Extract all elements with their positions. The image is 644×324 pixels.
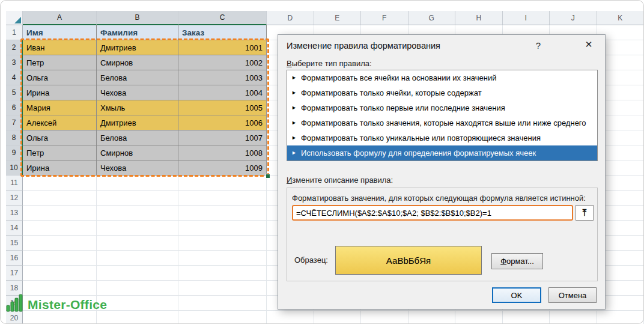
row-header-14[interactable]: 14 — [6, 221, 23, 236]
table-header-cell[interactable]: Заказ — [178, 25, 267, 40]
rule-type-option[interactable]: ►Форматировать только первые или последн… — [287, 100, 597, 115]
sheet-cell[interactable] — [178, 221, 267, 236]
row-header-20[interactable]: 20 — [6, 311, 23, 324]
column-header-D[interactable]: D — [267, 11, 314, 25]
table-cell[interactable]: 1009 — [178, 160, 267, 176]
table-cell[interactable]: Белова — [97, 70, 178, 85]
sheet-cell[interactable] — [178, 251, 267, 266]
row-header-11[interactable]: 11 — [6, 176, 23, 191]
row-header-9[interactable]: 9 — [6, 145, 23, 160]
rule-type-option[interactable]: ►Форматировать только значения, которые … — [287, 115, 597, 130]
row-header-8[interactable]: 8 — [6, 130, 23, 145]
rule-type-option[interactable]: ►Форматировать только ячейки, которые со… — [287, 85, 597, 100]
table-cell[interactable]: 1002 — [178, 55, 267, 70]
row-header-13[interactable]: 13 — [6, 206, 23, 221]
table-cell[interactable]: 1007 — [178, 130, 267, 145]
sheet-cell[interactable] — [409, 311, 456, 324]
sheet-cell[interactable] — [314, 311, 362, 324]
sheet-cell[interactable] — [178, 296, 267, 311]
sheet-cell[interactable] — [97, 206, 178, 221]
rule-type-option[interactable]: ►Использовать формулу для определения фо… — [287, 145, 597, 160]
help-icon[interactable]: ? — [529, 37, 547, 53]
sheet-cell[interactable] — [178, 176, 267, 191]
table-cell[interactable]: Чехова — [97, 160, 178, 176]
sheet-cell[interactable] — [97, 251, 178, 266]
sheet-cell[interactable] — [97, 236, 178, 251]
sheet-cell[interactable] — [23, 266, 97, 281]
column-header-K[interactable]: K — [597, 11, 644, 25]
sheet-cell[interactable] — [97, 281, 178, 296]
sheet-cell[interactable] — [361, 311, 409, 324]
ok-button[interactable]: OK — [492, 287, 541, 303]
row-header-17[interactable]: 17 — [6, 266, 23, 281]
row-header-3[interactable]: 3 — [6, 55, 23, 70]
table-cell[interactable]: Чехова — [97, 85, 178, 100]
sheet-cell[interactable] — [23, 236, 97, 251]
sheet-cell[interactable] — [23, 191, 97, 206]
column-header-A[interactable]: A — [23, 11, 97, 25]
sheet-cell[interactable] — [178, 236, 267, 251]
table-cell[interactable]: 1004 — [178, 85, 267, 100]
sheet-cell[interactable] — [97, 296, 178, 311]
row-header-4[interactable]: 4 — [6, 70, 23, 85]
sheet-cell[interactable] — [178, 266, 267, 281]
sheet-cell[interactable] — [178, 191, 267, 206]
sheet-cell[interactable] — [23, 251, 97, 266]
format-button[interactable]: Формат... — [491, 253, 543, 269]
table-header-cell[interactable]: Имя — [23, 25, 97, 40]
sheet-cell[interactable] — [178, 281, 267, 296]
sheet-cell[interactable] — [97, 176, 178, 191]
table-cell[interactable]: Мария — [23, 100, 97, 115]
row-header-12[interactable]: 12 — [6, 191, 23, 206]
row-header-15[interactable]: 15 — [6, 236, 23, 251]
close-icon[interactable]: ✕ — [579, 36, 599, 53]
sheet-cell[interactable] — [23, 221, 97, 236]
select-all-button[interactable] — [6, 11, 23, 25]
row-header-6[interactable]: 6 — [6, 100, 23, 115]
sheet-cell[interactable] — [97, 221, 178, 236]
table-header-cell[interactable]: Фамилия — [97, 25, 178, 40]
table-cell[interactable]: Дмитриев — [97, 40, 178, 55]
table-cell[interactable]: Дмитриев — [97, 115, 178, 130]
table-cell[interactable]: Белова — [97, 130, 178, 145]
sheet-cell[interactable] — [97, 266, 178, 281]
sheet-cell[interactable] — [455, 311, 503, 324]
column-header-H[interactable]: H — [455, 11, 503, 25]
table-cell[interactable]: Хмыль — [97, 100, 178, 115]
table-cell[interactable]: Ольга — [23, 130, 97, 145]
column-header-I[interactable]: I — [503, 11, 550, 25]
table-cell[interactable]: Ирина — [23, 160, 97, 176]
row-header-16[interactable]: 16 — [6, 251, 23, 266]
rule-type-listbox[interactable]: ►Форматировать все ячейки на основании и… — [287, 70, 598, 161]
column-header-G[interactable]: G — [409, 11, 456, 25]
column-header-E[interactable]: E — [314, 11, 362, 25]
table-cell[interactable]: Смирнов — [97, 55, 178, 70]
sheet-cell[interactable] — [550, 311, 597, 324]
table-cell[interactable]: Смирнов — [97, 145, 178, 160]
row-header-2[interactable]: 2 — [6, 40, 23, 55]
column-header-J[interactable]: J — [550, 11, 597, 25]
column-header-B[interactable]: B — [97, 11, 178, 25]
rule-type-option[interactable]: ►Форматировать все ячейки на основании и… — [287, 70, 597, 85]
sheet-cell[interactable] — [178, 206, 267, 221]
sheet-cell[interactable] — [23, 176, 97, 191]
column-header-F[interactable]: F — [361, 11, 409, 25]
row-header-10[interactable]: 10 — [6, 160, 23, 176]
rule-type-option[interactable]: ►Форматировать только уникальные или пов… — [287, 130, 597, 145]
column-header-C[interactable]: C — [178, 11, 267, 25]
sheet-cell[interactable] — [503, 311, 550, 324]
table-cell[interactable]: 1005 — [178, 100, 267, 115]
sheet-cell[interactable] — [597, 311, 644, 324]
table-cell[interactable]: Ольга — [23, 70, 97, 85]
sheet-cell[interactable] — [23, 206, 97, 221]
cancel-button[interactable]: Отмена — [548, 287, 597, 303]
sheet-cell[interactable] — [267, 311, 314, 324]
row-header-5[interactable]: 5 — [6, 85, 23, 100]
sheet-cell[interactable] — [178, 311, 267, 324]
formula-input[interactable] — [292, 205, 573, 221]
table-cell[interactable]: Петр — [23, 145, 97, 160]
table-cell[interactable]: Ирина — [23, 85, 97, 100]
collapse-dialog-button[interactable]: ⤒ — [576, 205, 594, 221]
table-cell[interactable]: 1001 — [178, 40, 267, 55]
fill-handle[interactable] — [266, 174, 270, 179]
